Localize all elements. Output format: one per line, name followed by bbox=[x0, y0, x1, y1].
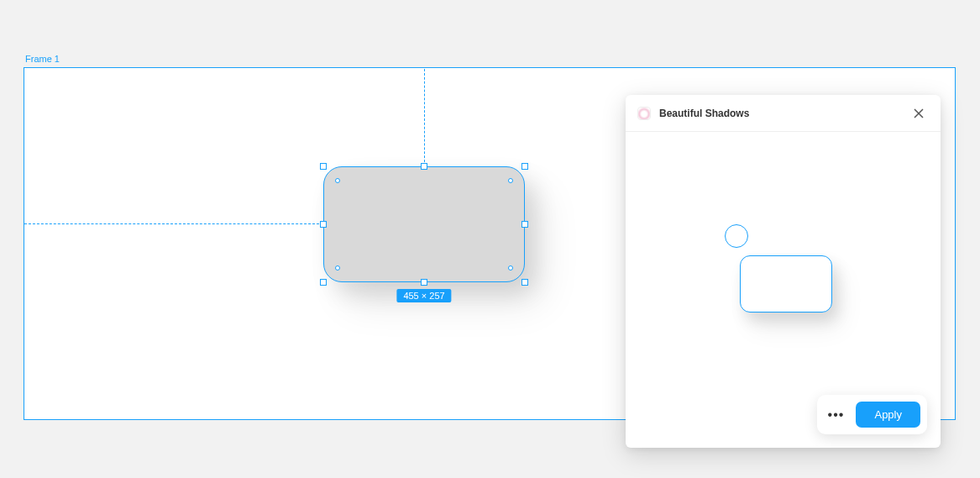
plugin-icon bbox=[637, 107, 651, 120]
frame-label[interactable]: Frame 1 bbox=[25, 54, 60, 64]
alignment-guide-vertical bbox=[424, 69, 425, 166]
apply-button[interactable]: Apply bbox=[856, 402, 920, 428]
close-icon bbox=[914, 108, 924, 118]
plugin-header: Beautiful Shadows bbox=[626, 95, 941, 132]
plugin-footer: ••• Apply bbox=[817, 395, 927, 434]
plugin-title: Beautiful Shadows bbox=[659, 108, 900, 119]
selected-rectangle[interactable] bbox=[323, 166, 525, 282]
shadow-preview-rectangle[interactable] bbox=[740, 255, 832, 313]
close-button[interactable] bbox=[909, 103, 929, 123]
plugin-body: ••• Apply bbox=[626, 132, 941, 448]
more-options-button[interactable]: ••• bbox=[824, 403, 847, 427]
alignment-guide-horizontal bbox=[24, 223, 323, 224]
ellipsis-icon: ••• bbox=[828, 407, 845, 423]
light-source-handle[interactable] bbox=[725, 224, 748, 248]
plugin-panel[interactable]: Beautiful Shadows ••• Apply bbox=[626, 95, 941, 448]
